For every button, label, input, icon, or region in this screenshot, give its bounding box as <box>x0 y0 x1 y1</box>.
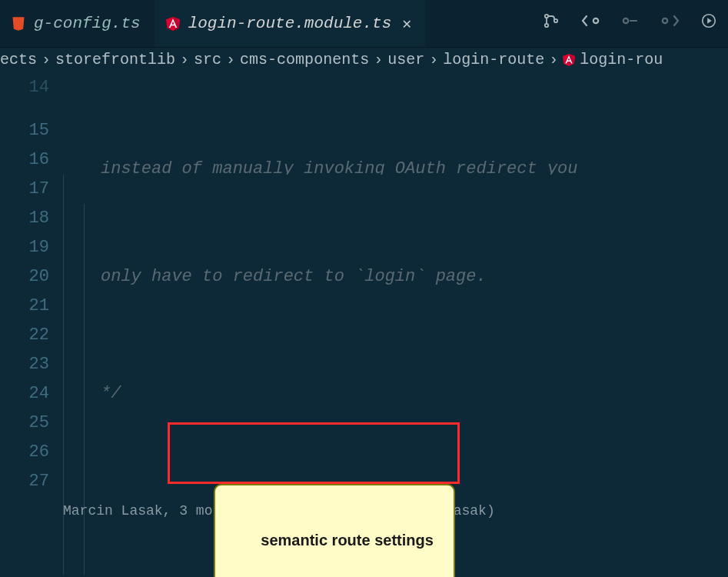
chevron-right-icon: › <box>547 51 560 68</box>
code-editor[interactable]: 14 15 16 17 18 19 20 21 22 23 24 25 26 2… <box>0 73 728 575</box>
chevron-right-icon: › <box>178 51 191 68</box>
prev-change-icon[interactable] <box>580 13 600 34</box>
breadcrumb-item[interactable]: cms-components <box>240 51 369 68</box>
breadcrumb-item[interactable]: user <box>387 51 424 68</box>
chevron-right-icon: › <box>427 51 440 68</box>
tab-inactive[interactable]: g-config.ts <box>0 0 151 47</box>
code-area[interactable]: instead of manually invoking OAuth redir… <box>63 73 728 575</box>
close-icon[interactable]: ✕ <box>399 12 414 35</box>
highlight-box <box>168 422 460 484</box>
html5-icon <box>11 16 26 32</box>
line-number-gutter: 14 15 16 17 18 19 20 21 22 23 24 25 26 2… <box>0 73 63 575</box>
next-change-icon[interactable] <box>660 13 680 34</box>
breadcrumb-item[interactable]: login-rou <box>563 51 663 68</box>
tab-bar: g-config.ts login-route.module.ts ✕ <box>0 0 728 48</box>
chevron-right-icon: › <box>372 51 384 68</box>
breadcrumb-item[interactable]: login-route <box>443 51 544 68</box>
undo-change-icon[interactable] <box>620 13 640 34</box>
breadcrumb-item[interactable]: storefrontlib <box>55 51 175 68</box>
angular-icon <box>165 16 181 32</box>
svg-point-5 <box>593 18 598 23</box>
breadcrumb-item[interactable]: src <box>194 51 221 68</box>
breadcrumb: ects › storefrontlib › src › cms-compone… <box>0 48 728 73</box>
angular-icon <box>563 53 575 67</box>
compare-icon[interactable] <box>542 12 560 35</box>
svg-marker-10 <box>707 18 712 23</box>
tab-inactive-label: g-config.ts <box>34 15 141 32</box>
comment-text: instead of manually invoking OAuth redir… <box>101 161 578 175</box>
svg-point-6 <box>623 18 628 23</box>
chevron-right-icon: › <box>40 51 52 68</box>
callout-label: semantic route settings <box>214 484 455 577</box>
comment-close: */ <box>101 379 121 409</box>
editor-toolbar <box>531 0 728 47</box>
breadcrumb-item[interactable]: ects <box>0 51 37 68</box>
chevron-right-icon: › <box>224 51 237 68</box>
comment-text: only have to redirect to `login` page. <box>101 262 487 292</box>
svg-point-8 <box>663 18 667 23</box>
run-icon[interactable] <box>700 12 717 35</box>
tab-active-label: login-route.module.ts <box>188 15 392 32</box>
tab-active[interactable]: login-route.module.ts ✕ <box>155 0 426 47</box>
